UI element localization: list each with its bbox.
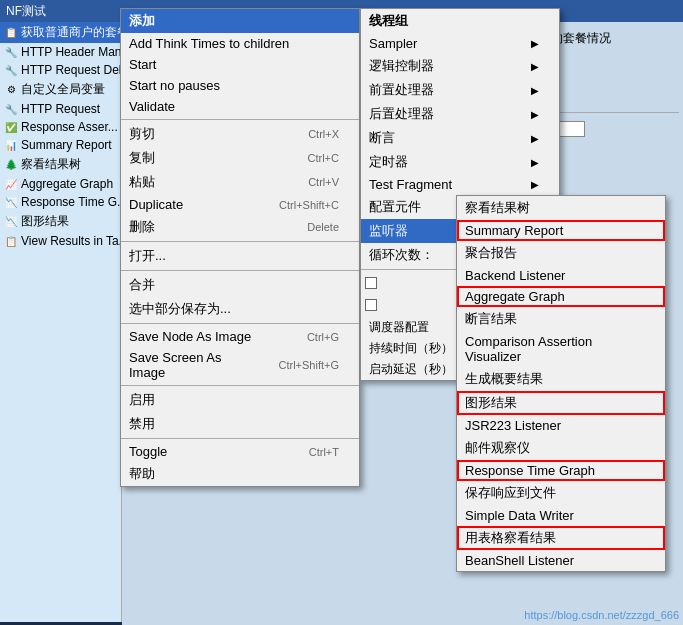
thread-label-sampler: Sampler — [369, 36, 417, 51]
listener-item-comparison-assertion[interactable]: Comparison Assertion Visualizer — [457, 331, 665, 367]
menu-label-delete: 删除 — [129, 218, 155, 236]
scheduler-checkbox[interactable] — [365, 299, 377, 311]
left-panel-item-test-plan[interactable]: 📋获取普通商户的套餐情况 — [0, 22, 121, 43]
menu-item-copy[interactable]: 复制Ctrl+C — [121, 146, 359, 170]
menu-label-save-node-image: Save Node As Image — [129, 329, 251, 344]
menu-item-help[interactable]: 帮助 — [121, 462, 359, 486]
menu-item-delete[interactable]: 删除Delete — [121, 215, 359, 239]
menu-item-duplicate[interactable]: DuplicateCtrl+Shift+C — [121, 194, 359, 215]
menu-item-save-part[interactable]: 选中部分保存为... — [121, 297, 359, 321]
listener-item-summary-report-sub[interactable]: Summary Report — [457, 220, 665, 241]
listener-item-jsr223-listener[interactable]: JSR223 Listener — [457, 415, 665, 436]
menu-item-add-think-times[interactable]: Add Think Times to children — [121, 33, 359, 54]
item-label-summary-report: Summary Report — [21, 138, 112, 152]
thread-label-test-fragment: Test Fragment — [369, 177, 452, 192]
thread-item-post-processor[interactable]: 后置处理器▶ — [361, 102, 559, 126]
left-panel-item-custom-vars[interactable]: ⚙自定义全局变量 — [0, 79, 121, 100]
listener-label-graph-results-sub: 图形结果 — [465, 394, 517, 412]
left-panel-item-http-request[interactable]: 🔧HTTP Request — [0, 100, 121, 118]
listener-item-mail-observer[interactable]: 邮件观察仪 — [457, 436, 665, 460]
item-icon-aggregate-graph: 📈 — [4, 177, 18, 191]
menu-item-merge[interactable]: 合并 — [121, 273, 359, 297]
menu-label-open: 打开... — [129, 247, 166, 265]
thread-item-test-fragment[interactable]: Test Fragment▶ — [361, 174, 559, 195]
menu-item-cut[interactable]: 剪切Ctrl+X — [121, 122, 359, 146]
left-panel-item-http-request-del[interactable]: 🔧HTTP Request Del — [0, 61, 121, 79]
listener-item-graph-results-sub[interactable]: 图形结果 — [457, 391, 665, 415]
item-label-view-results-tree: 察看结果树 — [21, 156, 81, 173]
shortcut-save-node-image: Ctrl+G — [307, 331, 339, 343]
listener-item-view-results-tree-sub[interactable]: 察看结果树 — [457, 196, 665, 220]
shortcut-duplicate: Ctrl+Shift+C — [279, 199, 339, 211]
thread-item-logic-ctrl[interactable]: 逻辑控制器▶ — [361, 54, 559, 78]
thread-label-logic-ctrl: 逻辑控制器 — [369, 57, 434, 75]
menu-item-start[interactable]: Start — [121, 54, 359, 75]
menu-label-paste: 粘贴 — [129, 173, 155, 191]
thread-label-assertion: 断言 — [369, 129, 395, 147]
listener-label-backend-listener: Backend Listener — [465, 268, 565, 283]
left-panel-item-view-results-tree[interactable]: 🌲察看结果树 — [0, 154, 121, 175]
listener-item-table-results[interactable]: 用表格察看结果 — [457, 526, 665, 550]
shortcut-cut: Ctrl+X — [308, 128, 339, 140]
left-panel-item-aggregate-graph[interactable]: 📈Aggregate Graph — [0, 175, 121, 193]
menu-item-toggle[interactable]: ToggleCtrl+T — [121, 441, 359, 462]
listener-label-aggregate-graph-sub: Aggregate Graph — [465, 289, 565, 304]
delay-thread-checkbox[interactable] — [365, 277, 377, 289]
item-label-response-asser: Response Asser... — [21, 120, 118, 134]
menu-item-validate[interactable]: Validate — [121, 96, 359, 117]
scheduler-config-text: 调度器配置 — [369, 320, 429, 334]
listener-label-jsr223-listener: JSR223 Listener — [465, 418, 561, 433]
menu-label-start: Start — [129, 57, 156, 72]
left-panel: 📋获取普通商户的套餐情况🔧HTTP Header Man...🔧HTTP Req… — [0, 22, 122, 622]
item-label-custom-vars: 自定义全局变量 — [21, 81, 105, 98]
item-label-http-request-del: HTTP Request Del — [21, 63, 121, 77]
separator-after-validate — [121, 119, 359, 120]
menu-label-add-think-times: Add Think Times to children — [129, 36, 289, 51]
item-icon-view-results-tab: 📋 — [4, 234, 18, 248]
thread-item-sampler[interactable]: Sampler▶ — [361, 33, 559, 54]
menu-item-open[interactable]: 打开... — [121, 244, 359, 268]
separator-after-save-screen-image — [121, 385, 359, 386]
menu-item-disable[interactable]: 禁用 — [121, 412, 359, 436]
menu-label-validate: Validate — [129, 99, 175, 114]
menu-item-save-screen-image[interactable]: Save Screen As ImageCtrl+Shift+G — [121, 347, 359, 383]
listener-item-generate-summary[interactable]: 生成概要结果 — [457, 367, 665, 391]
listener-item-response-time-graph-sub[interactable]: Response Time Graph — [457, 460, 665, 481]
listener-item-simple-data-writer[interactable]: Simple Data Writer — [457, 505, 665, 526]
listener-label-comparison-assertion: Comparison Assertion Visualizer — [465, 334, 645, 364]
separator-after-disable — [121, 438, 359, 439]
menu-label-start-no-pauses: Start no pauses — [129, 78, 220, 93]
listener-label-beanshell-listener: BeanShell Listener — [465, 553, 574, 568]
left-panel-item-graph-results[interactable]: 📉图形结果 — [0, 211, 121, 232]
menu-item-enable[interactable]: 启用 — [121, 388, 359, 412]
left-panel-item-response-asser[interactable]: ✅Response Asser... — [0, 118, 121, 136]
listener-item-aggregate-graph-sub[interactable]: Aggregate Graph — [457, 286, 665, 307]
item-label-http-header-man: HTTP Header Man... — [21, 45, 121, 59]
listener-item-backend-listener[interactable]: Backend Listener — [457, 265, 665, 286]
shortcut-save-screen-image: Ctrl+Shift+G — [278, 359, 339, 371]
menu-label-save-screen-image: Save Screen As Image — [129, 350, 258, 380]
context-menu-listener: 察看结果树Summary Report聚合报告Backend ListenerA… — [456, 195, 666, 572]
menu-label-help: 帮助 — [129, 465, 155, 483]
menu-label-duplicate: Duplicate — [129, 197, 183, 212]
listener-item-beanshell-listener[interactable]: BeanShell Listener — [457, 550, 665, 571]
thread-item-timer[interactable]: 定时器▶ — [361, 150, 559, 174]
item-label-graph-results: 图形结果 — [21, 213, 69, 230]
menu-item-paste[interactable]: 粘贴Ctrl+V — [121, 170, 359, 194]
left-panel-item-response-time-g[interactable]: 📉Response Time G... — [0, 193, 121, 211]
thread-item-pre-processor[interactable]: 前置处理器▶ — [361, 78, 559, 102]
thread-item-assertion[interactable]: 断言▶ — [361, 126, 559, 150]
listener-item-assertion-results[interactable]: 断言结果 — [457, 307, 665, 331]
listener-item-aggregate-report[interactable]: 聚合报告 — [457, 241, 665, 265]
left-panel-item-view-results-tab[interactable]: 📋View Results in Ta... — [0, 232, 121, 250]
item-icon-http-request-del: 🔧 — [4, 63, 18, 77]
listener-item-save-responses[interactable]: 保存响应到文件 — [457, 481, 665, 505]
left-panel-item-http-header-man[interactable]: 🔧HTTP Header Man... — [0, 43, 121, 61]
item-icon-response-time-g: 📉 — [4, 195, 18, 209]
shortcut-toggle: Ctrl+T — [309, 446, 339, 458]
item-icon-view-results-tree: 🌲 — [4, 158, 18, 172]
menu-item-save-node-image[interactable]: Save Node As ImageCtrl+G — [121, 326, 359, 347]
left-panel-item-summary-report[interactable]: 📊Summary Report — [0, 136, 121, 154]
item-label-http-request: HTTP Request — [21, 102, 100, 116]
menu-item-start-no-pauses[interactable]: Start no pauses — [121, 75, 359, 96]
